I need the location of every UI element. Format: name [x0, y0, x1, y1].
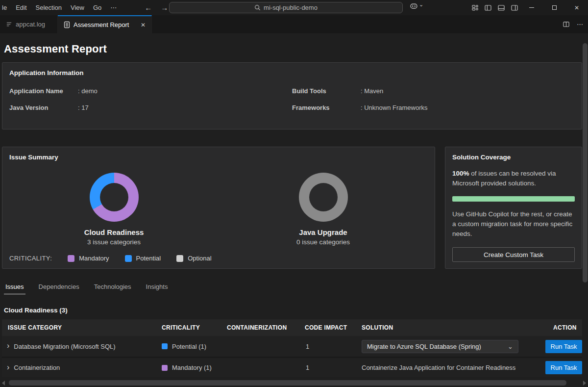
tab-technologies[interactable]: Technologies	[93, 283, 133, 294]
minimize-button[interactable]	[520, 0, 543, 15]
col-issue-category: ISSUE CATEGORY	[2, 324, 162, 331]
horizontal-scrollbar-thumb[interactable]	[9, 380, 566, 386]
vertical-scrollbar[interactable]	[583, 43, 588, 377]
issue-summary-panel: Issue Summary Cloud Readiness 3 issue ca…	[2, 147, 435, 269]
field-label: Java Version	[9, 104, 78, 111]
forward-icon[interactable]: →	[161, 3, 168, 12]
col-action: ACTION	[545, 324, 582, 331]
issue-category[interactable]: Containerization	[14, 364, 60, 371]
col-solution: SOLUTION	[362, 324, 545, 331]
tab-insights[interactable]: Insights	[145, 283, 170, 294]
criticality-label: Potential (1)	[172, 343, 206, 350]
toggle-sidebar-icon[interactable]	[484, 4, 492, 12]
menu-more[interactable]: ⋯	[106, 0, 121, 15]
chevron-right-icon[interactable]: ›	[7, 342, 9, 350]
criticality-swatch	[162, 343, 168, 349]
search-value: mi-sql-public-demo	[264, 4, 318, 11]
report-content: Assessment Report Application Informatio…	[0, 33, 588, 387]
maximize-button[interactable]	[543, 0, 565, 15]
menu-edit[interactable]: Edit	[11, 0, 31, 15]
criticality-legend: CRITICALITY: Mandatory Potential Optiona…	[9, 255, 428, 262]
tab-label: appcat.log	[16, 21, 45, 28]
solution-coverage-panel: Solution Coverage 100% of issues can be …	[445, 147, 582, 269]
col-criticality: CRITICALITY	[162, 324, 227, 331]
field-value: : Maven	[361, 87, 383, 95]
menu-go[interactable]: Go	[89, 0, 106, 15]
field-java-version: Java Version : 17	[9, 104, 292, 111]
chart-subtitle: 3 issue categories	[87, 238, 141, 246]
chart-title: Java Upgrade	[299, 228, 347, 236]
search-command-center[interactable]: mi-sql-public-demo	[169, 2, 403, 13]
vertical-scrollbar-thumb[interactable]	[583, 43, 588, 283]
solution-dropdown[interactable]: Migrate to Azure SQL Database (Spring) ⌄	[362, 340, 518, 353]
chart-subtitle: 0 issue categories	[296, 238, 350, 246]
toggle-panel-icon[interactable]	[497, 4, 505, 12]
editor-tabbar: appcat.log Assessment Report ✕ ⋯	[0, 15, 588, 33]
mandatory-swatch	[68, 255, 74, 262]
search-icon	[254, 4, 261, 11]
window-titlebar: le Edit Selection View Go ⋯ ← → mi-sql-p…	[0, 0, 588, 15]
horizontal-scrollbar[interactable]	[0, 379, 588, 387]
field-value: : Unknown Frameworks	[361, 104, 428, 111]
potential-swatch	[125, 255, 132, 262]
menu-file[interactable]: le	[0, 0, 11, 15]
col-containerization: CONTAINERIZATION	[227, 324, 305, 331]
minimize-icon	[529, 7, 534, 8]
application-information-title: Application Information	[9, 69, 575, 77]
solution-selected-value: Migrate to Azure SQL Database (Spring)	[367, 343, 481, 350]
coverage-note: Use GitHub Copilot for the rest, or crea…	[452, 209, 575, 239]
scroll-left-icon[interactable]	[2, 381, 5, 386]
split-editor-icon[interactable]	[563, 21, 570, 28]
tab-assessment-report[interactable]: Assessment Report ✕	[58, 15, 152, 33]
field-application-name: Application Name : demo	[9, 87, 292, 95]
chevron-down-icon: ⌄	[508, 343, 513, 350]
copilot-icon	[410, 2, 418, 10]
close-tab-icon[interactable]: ✕	[141, 22, 146, 28]
menu-view[interactable]: View	[66, 0, 89, 15]
chevron-down-icon: ⌄	[419, 1, 423, 8]
tab-appcat-log[interactable]: appcat.log	[0, 15, 58, 33]
legend-text: Potential	[136, 255, 161, 262]
chart-title: Cloud Readiness	[84, 228, 144, 236]
field-frameworks: Frameworks : Unknown Frameworks	[292, 104, 575, 111]
field-label: Application Name	[9, 87, 78, 95]
optional-swatch	[176, 255, 183, 262]
run-task-button[interactable]: Run Task	[545, 361, 582, 374]
close-icon: ✕	[574, 4, 579, 11]
copilot-menu[interactable]: ⌄	[410, 2, 423, 10]
table-row-database-migration: › Database Migration (Microsoft SQL) Pot…	[2, 336, 582, 357]
cloud-readiness-heading: Cloud Readiness (3)	[4, 307, 582, 314]
toggle-secondary-sidebar-icon[interactable]	[511, 4, 518, 12]
legend-item-potential: Potential	[125, 255, 161, 262]
cloud-readiness-donut	[90, 173, 139, 222]
report-section-tabs: Issues Dependencies Technologies Insight…	[2, 283, 582, 294]
menu-selection[interactable]: Selection	[31, 0, 66, 15]
customize-layout-icon[interactable]	[471, 4, 479, 11]
page-title: Assessment Report	[4, 43, 582, 55]
menubar: le Edit Selection View Go ⋯	[0, 0, 121, 15]
chevron-right-icon[interactable]: ›	[7, 363, 9, 371]
java-upgrade-donut	[299, 173, 348, 222]
tab-label: Assessment Report	[74, 21, 129, 28]
coverage-percent: 100%	[452, 170, 469, 177]
issue-category[interactable]: Database Migration (Microsoft SQL)	[14, 343, 115, 350]
field-value: : demo	[78, 87, 98, 95]
scroll-right-icon[interactable]	[583, 381, 586, 386]
close-window-button[interactable]: ✕	[565, 0, 588, 15]
back-icon[interactable]: ←	[145, 3, 152, 12]
field-label: Frameworks	[292, 104, 361, 111]
tab-dependencies[interactable]: Dependencies	[37, 283, 81, 294]
issues-table-header: ISSUE CATEGORY CRITICALITY CONTAINERIZAT…	[2, 319, 582, 336]
tab-issues[interactable]: Issues	[4, 283, 25, 294]
donut-hole	[100, 183, 128, 211]
log-file-icon	[6, 21, 12, 27]
table-row-containerization: › Containerization Mandatory (1) 1 Conta…	[2, 357, 582, 377]
solution-text: Containerize Java Application for Contai…	[362, 364, 545, 371]
more-actions-icon[interactable]: ⋯	[577, 21, 583, 28]
coverage-progressbar	[452, 196, 575, 202]
issue-summary-title: Issue Summary	[9, 154, 428, 161]
code-impact-value: 1	[305, 364, 362, 371]
run-task-button[interactable]: Run Task	[545, 340, 582, 353]
create-custom-task-button[interactable]: Create Custom Task	[452, 247, 575, 262]
solution-coverage-title: Solution Coverage	[452, 154, 575, 161]
